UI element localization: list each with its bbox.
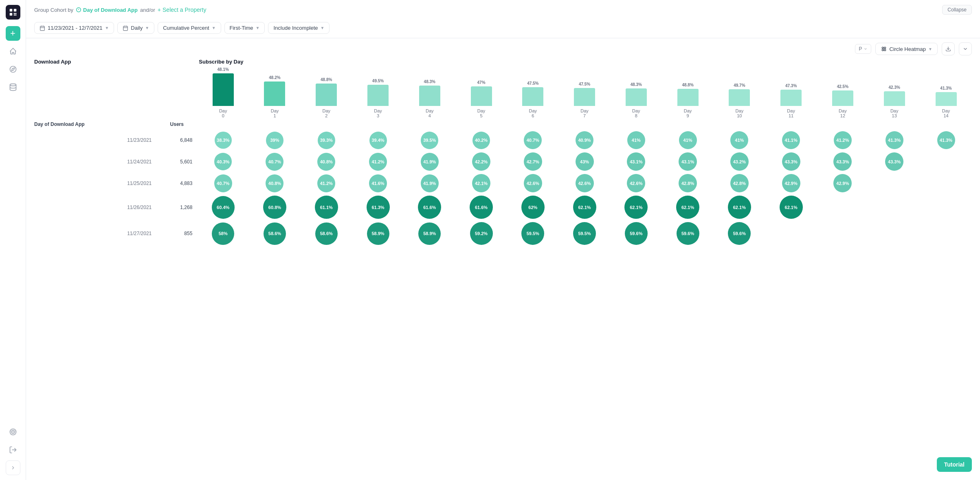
header-label-row: Download App Subscribe by Day [34, 59, 972, 66]
day-header-9: Day9 [662, 107, 714, 121]
and-or-label: and/or [140, 7, 155, 13]
target-icon[interactable] [6, 425, 20, 439]
summary-bar-cell-8: 48.3% [610, 66, 662, 107]
cell-r3-c12 [817, 194, 869, 220]
cell-r3-c13 [868, 194, 920, 220]
cell-r0-c12: 41.2% [817, 130, 869, 151]
tutorial-button[interactable]: Tutorial [937, 457, 972, 472]
main-content: Group Cohort by Day of Download App and/… [26, 0, 980, 480]
summary-left-spacer [34, 66, 156, 107]
include-incomplete-filter[interactable]: Include Incomplete ▼ [268, 22, 330, 34]
metric-filter[interactable]: Cumulative Percent ▼ [158, 22, 221, 34]
cell-r1-c10: 43.2% [714, 151, 765, 172]
p-badge[interactable]: P [855, 44, 871, 54]
cell-r0-c0: 38.3% [197, 130, 249, 151]
cell-r4-c12 [817, 220, 869, 247]
cell-r0-c4: 39.5% [404, 130, 455, 151]
row-date-4: 11/27/2021 [34, 220, 156, 247]
svg-rect-4 [15, 13, 16, 14]
sub-label-row: Day of Download App Users [34, 121, 972, 130]
cell-r1-c13: 43.3% [868, 151, 920, 172]
row-users-1: 5,601 [156, 151, 197, 172]
cohort-property-button[interactable]: Day of Download App [76, 7, 138, 13]
cell-r0-c3: 39.4% [352, 130, 404, 151]
cell-r4-c3: 58.9% [352, 220, 404, 247]
add-button[interactable]: + [6, 26, 20, 41]
more-options-button[interactable] [959, 42, 972, 55]
svg-rect-3 [13, 13, 15, 14]
day-header-4: Day4 [404, 107, 455, 121]
row-date-2: 11/25/2021 [34, 172, 156, 194]
row-date-3: 11/26/2021 [34, 194, 156, 220]
summary-bar-cell-10: 49.7% [714, 66, 765, 107]
day-header-0: Day0 [197, 107, 249, 121]
view-type-button[interactable]: Circle Heatmap ▼ [875, 43, 938, 55]
cell-r3-c8: 62.1% [610, 194, 662, 220]
group-cohort-label: Group Cohort by [34, 7, 73, 13]
collapse-button[interactable]: Collapse [942, 5, 972, 15]
summary-bar-cell-3: 49.5% [352, 66, 404, 107]
cell-r2-c7: 42.6% [559, 172, 611, 194]
cell-r4-c8: 59.6% [610, 220, 662, 247]
cell-r2-c3: 41.6% [352, 172, 404, 194]
summary-bar-cell-0: 48.1% [197, 66, 249, 107]
cell-r2-c11: 42.9% [765, 172, 817, 194]
svg-point-12 [13, 432, 13, 432]
svg-rect-5 [13, 15, 15, 16]
frequency-filter[interactable]: Daily ▼ [117, 22, 154, 34]
day-header-6: Day6 [507, 107, 559, 121]
cell-r1-c5: 42.2% [455, 151, 507, 172]
cell-r2-c2: 41.2% [301, 172, 352, 194]
download-button[interactable] [942, 42, 955, 55]
summary-bar-cell-9: 48.8% [662, 66, 714, 107]
summary-bar-cell-6: 47.5% [507, 66, 559, 107]
cell-r2-c13 [868, 172, 920, 194]
users-header-spacer [156, 59, 197, 66]
day-header-8: Day8 [610, 107, 662, 121]
cell-r2-c14 [920, 172, 972, 194]
cell-r1-c14 [920, 151, 972, 172]
svg-point-27 [882, 49, 883, 51]
cell-r3-c2: 61.1% [301, 194, 352, 220]
cell-r1-c7: 43% [559, 151, 611, 172]
cell-r2-c4: 41.9% [404, 172, 455, 194]
cell-r2-c9: 42.8% [662, 172, 714, 194]
exit-icon[interactable] [6, 443, 20, 457]
summary-bar-cell-5: 47% [455, 66, 507, 107]
cell-r4-c4: 58.9% [404, 220, 455, 247]
cell-r3-c5: 61.6% [455, 194, 507, 220]
day-header-13: Day13 [868, 107, 920, 121]
cell-r2-c1: 40.8% [249, 172, 301, 194]
row-users-4: 855 [156, 220, 197, 247]
summary-bar-cell-4: 48.3% [404, 66, 455, 107]
cell-r2-c0: 40.7% [197, 172, 249, 194]
database-icon[interactable] [6, 80, 20, 95]
summary-bar-cell-11: 47.3% [765, 66, 817, 107]
cell-r2-c5: 42.1% [455, 172, 507, 194]
svg-rect-0 [9, 9, 12, 11]
summary-users-spacer [156, 66, 197, 107]
table-row: 11/26/20211,268 60.4% 60.8% 61.1% 61.3% … [34, 194, 972, 220]
compass-icon[interactable] [6, 62, 20, 77]
cell-r3-c7: 62.1% [559, 194, 611, 220]
row-date-1: 11/24/2021 [34, 151, 156, 172]
svg-rect-6 [15, 15, 16, 16]
cell-r1-c3: 41.2% [352, 151, 404, 172]
sidebar-collapse-button[interactable] [6, 460, 20, 475]
date-range-filter[interactable]: 11/23/2021 - 12/7/2021 ▼ [34, 22, 114, 34]
sidebar: + [0, 0, 26, 480]
select-property-button[interactable]: + Select a Property [158, 7, 207, 13]
user-type-filter[interactable]: First-Time ▼ [224, 22, 265, 34]
topbar: Group Cohort by Day of Download App and/… [26, 0, 980, 38]
summary-bar-cell-7: 47.5% [559, 66, 611, 107]
cell-r4-c6: 59.5% [507, 220, 559, 247]
table-row: 11/23/20216,848 38.3% 39% 39.3% 39.4% 39… [34, 130, 972, 151]
svg-point-28 [884, 49, 886, 51]
cell-r0-c1: 39% [249, 130, 301, 151]
home-icon[interactable] [6, 44, 20, 59]
heatmap-right-controls: P Circle Heatmap ▼ [855, 42, 972, 55]
cell-r3-c6: 62% [507, 194, 559, 220]
cell-r1-c11: 43.3% [765, 151, 817, 172]
cell-r1-c8: 43.1% [610, 151, 662, 172]
cell-r2-c12: 42.9% [817, 172, 869, 194]
